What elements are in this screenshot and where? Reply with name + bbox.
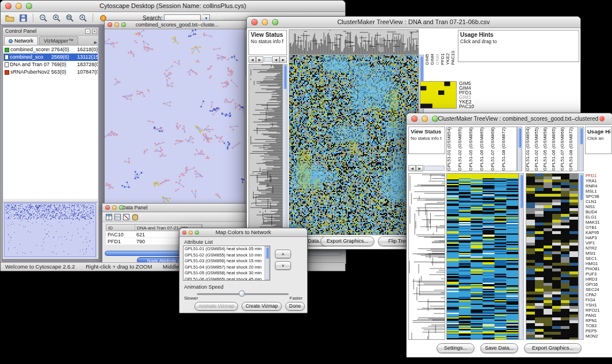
settings-button[interactable]: Settings...	[437, 343, 475, 353]
row-dendrogram-canvas[interactable]	[249, 64, 282, 235]
gene-label[interactable]: HAP3	[586, 235, 612, 240]
close-button[interactable]	[108, 22, 112, 27]
attribute-list-scrollbar[interactable]	[265, 246, 270, 280]
zoom-out-icon[interactable]	[37, 13, 49, 24]
col-label[interactable]: GPL51-01 (GSM854)	[526, 127, 534, 171]
col-label[interactable]: GPL51-02 (GSM855)	[534, 127, 543, 171]
zoom-button[interactable]	[119, 205, 124, 210]
scroll-right-icon[interactable]: ▶	[256, 56, 263, 63]
gene-label[interactable]: SEC24	[586, 287, 612, 292]
scrollbar-thumb[interactable]	[580, 128, 583, 144]
col-label[interactable]: PAC10	[451, 29, 456, 65]
gene-label[interactable]: FIG4	[586, 297, 612, 302]
gene-label[interactable]: YSH1	[586, 302, 612, 308]
attribute-item[interactable]: GPL51-01 (GSM854) heat shock 05 min	[183, 246, 270, 252]
col-labels-scrollbar[interactable]	[517, 127, 522, 171]
treeview1-titlebar[interactable]: ClusterMaker TreeView : DNA and Tran 07-…	[247, 17, 580, 28]
column-dendrogram-canvas[interactable]	[289, 30, 418, 54]
attribute-item[interactable]: GPL51-02 (GSM855) heat shock 10 min	[183, 252, 270, 259]
tab-overflow-icon[interactable]: ▶	[94, 40, 97, 45]
zoom-fit-icon[interactable]	[64, 13, 75, 24]
scrollbar-thumb[interactable]	[284, 65, 286, 89]
close-panel-icon[interactable]: ✕	[92, 29, 97, 34]
col-label[interactable]: GPL51-06 (GSM865)	[552, 127, 560, 171]
scrollbar-thumb[interactable]	[520, 175, 523, 208]
col-label[interactable]: GPL51-01 (GSM854)	[447, 127, 458, 171]
close-button[interactable]	[182, 231, 186, 235]
col-labels-right-scrollbar[interactable]	[579, 127, 584, 171]
network-view-canvas[interactable]	[105, 29, 250, 213]
gene-label[interactable]: RNR4	[586, 183, 612, 189]
gene-label[interactable]: HRD3	[586, 277, 612, 282]
minimize-button[interactable]	[114, 22, 119, 27]
gene-label[interactable]: PAN1	[586, 313, 612, 318]
save-session-icon[interactable]	[17, 13, 29, 24]
close-button[interactable]	[5, 3, 12, 9]
cluster-matrix-canvas[interactable]	[420, 82, 456, 108]
minimize-button[interactable]	[16, 3, 22, 9]
zoom-selected-icon[interactable]	[77, 13, 89, 24]
animate-vizmap-button[interactable]: Animate Vizmap	[194, 302, 238, 311]
heatmap-vertical-scrollbar[interactable]	[519, 173, 524, 340]
col-label[interactable]: YKE2	[446, 29, 451, 65]
gene-label[interactable]: RPO21	[586, 308, 612, 313]
open-session-icon[interactable]	[4, 13, 16, 24]
close-button[interactable]	[411, 116, 418, 122]
export-graphics-button[interactable]: Export Graphics...	[320, 236, 374, 246]
col-label[interactable]: GPL51-08 (GSM872)	[569, 127, 577, 171]
gene-label[interactable]: SEC1	[586, 256, 612, 261]
gene-label[interactable]: VIP1	[586, 240, 612, 246]
gene-label[interactable]: MAK31	[586, 220, 612, 225]
col-label[interactable]: GPL51-08 (GSM872)	[502, 127, 512, 171]
col-label[interactable]: GPL51-05 (GSM858)	[469, 127, 480, 171]
scroll-right-icon[interactable]: ▶	[280, 56, 287, 63]
move-up-button[interactable]: ∧	[275, 250, 291, 258]
minimize-button[interactable]	[422, 116, 428, 122]
tab-vizmapper[interactable]: VizMapper™	[39, 36, 78, 45]
gene-label[interactable]: MSI1	[586, 251, 612, 256]
tab-network[interactable]: Network	[4, 36, 38, 45]
zoom-button[interactable]	[26, 3, 32, 9]
col-label[interactable]: GPL51-07 (GSM868)	[560, 127, 569, 171]
gene-label[interactable]: TCB3	[586, 323, 612, 328]
scroll-left-icon[interactable]: ◀	[408, 165, 416, 171]
speed-slider-thumb[interactable]	[239, 290, 245, 297]
gene-label[interactable]: KAP95	[586, 230, 612, 235]
cytoscape-titlebar[interactable]: Cytoscape Desktop (Session Name: collins…	[1, 1, 345, 12]
map-colors-titlebar[interactable]: Map Colors to Network	[179, 228, 307, 237]
attribute-item[interactable]: GPL51-06 (GSM865) heat shock 45 min	[183, 277, 270, 281]
treeview2-titlebar[interactable]: ClusterMaker TreeView : combined_scores_…	[407, 113, 612, 125]
gene-label[interactable]: ELG1	[586, 214, 612, 220]
gene-label[interactable]: YRA1	[586, 178, 612, 183]
gene-label[interactable]: CPA2	[586, 292, 612, 297]
col-label[interactable]: GPL51-02 (GSM855)	[458, 127, 469, 171]
dendro-vertical-scrollbar[interactable]	[282, 64, 288, 235]
float-panel-icon[interactable]: ▫	[85, 29, 90, 34]
zoom-button[interactable]	[195, 231, 199, 235]
gene-label[interactable]: RPN1	[586, 318, 612, 323]
zoom-button[interactable]	[432, 116, 438, 122]
minimize-button[interactable]	[189, 231, 193, 235]
delete-attribute-icon[interactable]	[123, 214, 129, 220]
col-label[interactable]: GIM3	[435, 29, 441, 65]
network-window-titlebar[interactable]: combined_scores_good.txt--cluste...	[105, 21, 250, 29]
move-down-button[interactable]: ∨	[275, 261, 291, 270]
attribute-item[interactable]: GPL51-03 (GSM856) heat shock 15 min	[183, 258, 270, 265]
gene-label[interactable]: MSL1	[586, 189, 612, 194]
gene-label[interactable]: PFD1	[586, 173, 612, 178]
col-label[interactable]: GPL51-07 (GSM868)	[491, 127, 502, 171]
gene-label[interactable]: PUF3	[586, 271, 612, 277]
row-dendrogram-canvas[interactable]	[409, 174, 445, 339]
scrollbar-thumb[interactable]	[266, 247, 269, 259]
create-attribute-icon[interactable]	[114, 214, 121, 220]
network-row[interactable]: sRNAPuberNov2 563(0) 107847(0)	[3, 68, 98, 76]
save-data-button[interactable]: Save Data...	[480, 343, 518, 353]
select-attributes-icon[interactable]	[106, 214, 112, 220]
minimize-button[interactable]	[112, 205, 117, 210]
network-row[interactable]: combined_scores 2764(0) 16218(0)	[3, 46, 98, 53]
gene-label[interactable]: MON2	[586, 334, 612, 339]
gene-label[interactable]: CLN1	[586, 199, 612, 204]
scroll-left-icon[interactable]: ◀	[248, 56, 256, 63]
secondary-heatmap-scrollbar[interactable]	[579, 173, 584, 340]
scroll-right-icon[interactable]: ▶	[416, 165, 423, 171]
